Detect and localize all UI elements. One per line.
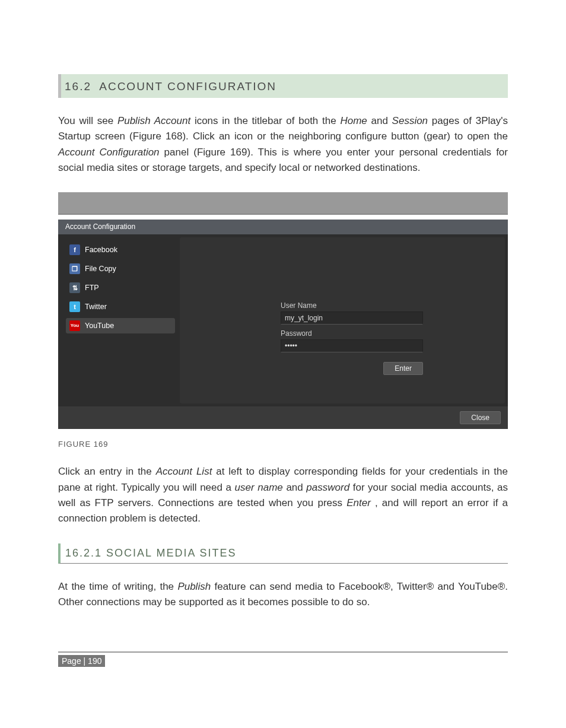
figure-top-bar <box>58 192 508 215</box>
enter-button[interactable]: Enter <box>383 362 423 375</box>
twitter-icon: t <box>69 301 80 312</box>
section-header: 16.2 ACCOUNT CONFIGURATION <box>58 74 508 98</box>
account-item-label: Twitter <box>85 303 107 311</box>
password-label: Password <box>281 329 505 338</box>
account-item-facebook[interactable]: fFacebook <box>66 242 175 257</box>
account-item-label: Facebook <box>85 246 117 254</box>
ftp-icon: ⇅ <box>69 282 80 293</box>
account-item-youtube[interactable]: YouYouTube <box>66 318 175 333</box>
account-list-paragraph: Click an entry in the Account List at le… <box>58 464 508 526</box>
figure-169: Account Configuration fFacebook❐File Cop… <box>58 192 508 429</box>
account-config-dialog: Account Configuration fFacebook❐File Cop… <box>58 220 508 429</box>
username-label: User Name <box>281 301 505 310</box>
account-item-label: File Copy <box>85 265 116 273</box>
section-number: 16.2 <box>65 80 96 93</box>
account-item-file-copy[interactable]: ❐File Copy <box>66 261 175 276</box>
subsection-header: 16.2.1 SOCIAL MEDIA SITES <box>58 543 508 564</box>
section-title: ACCOUNT CONFIGURATION <box>99 80 276 93</box>
account-list: fFacebook❐File Copy⇅FTPtTwitterYouYouTub… <box>61 237 180 403</box>
subsection-title: SOCIAL MEDIA SITES <box>106 547 236 559</box>
youtube-icon: You <box>69 320 80 331</box>
close-button[interactable]: Close <box>460 411 501 424</box>
account-item-twitter[interactable]: tTwitter <box>66 299 175 314</box>
username-input[interactable] <box>281 311 423 325</box>
account-item-label: YouTube <box>85 322 114 330</box>
file-copy-icon: ❐ <box>69 263 80 274</box>
page-footer: Page | 190 <box>58 651 508 667</box>
figure-caption: FIGURE 169 <box>58 440 508 449</box>
intro-paragraph: You will see Publish Account icons in th… <box>58 113 508 176</box>
password-input[interactable] <box>281 339 423 352</box>
dialog-title: Account Configuration <box>58 220 508 234</box>
account-item-ftp[interactable]: ⇅FTP <box>66 280 175 295</box>
social-media-paragraph: At the time of writing, the Publish feat… <box>58 579 508 611</box>
subsection-number: 16.2.1 <box>65 547 102 559</box>
account-item-label: FTP <box>85 284 99 292</box>
facebook-icon: f <box>69 244 80 255</box>
page-number: Page | 190 <box>58 655 105 667</box>
credentials-pane: User Name Password Enter <box>180 237 505 403</box>
